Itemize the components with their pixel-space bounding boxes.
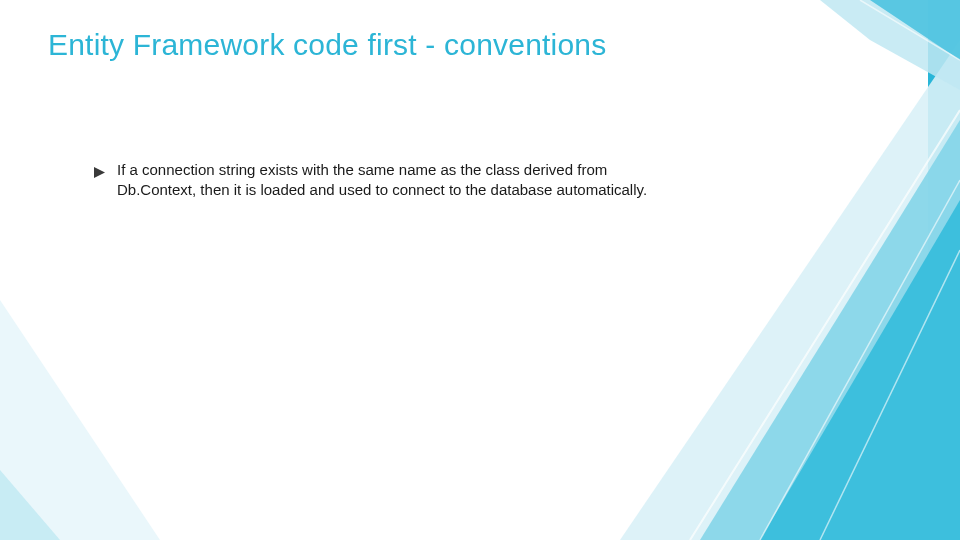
decorative-triangles xyxy=(0,0,960,540)
svg-marker-2 xyxy=(620,40,960,540)
slide-body: If a connection string exists with the s… xyxy=(94,160,654,201)
svg-line-9 xyxy=(820,250,960,540)
bullet-text: If a connection string exists with the s… xyxy=(117,160,654,201)
svg-marker-0 xyxy=(94,167,105,178)
arrow-right-icon xyxy=(94,164,105,182)
svg-line-8 xyxy=(760,180,960,540)
svg-marker-1 xyxy=(928,0,960,540)
svg-marker-6 xyxy=(870,0,960,60)
svg-marker-3 xyxy=(700,120,960,540)
svg-marker-5 xyxy=(820,0,960,90)
svg-marker-12 xyxy=(0,470,60,540)
bullet-item: If a connection string exists with the s… xyxy=(94,160,654,201)
svg-line-10 xyxy=(860,0,960,60)
svg-marker-11 xyxy=(0,300,160,540)
svg-line-7 xyxy=(690,110,960,540)
slide-title: Entity Framework code first - convention… xyxy=(48,28,606,62)
svg-marker-4 xyxy=(760,200,960,540)
slide: Entity Framework code first - convention… xyxy=(0,0,960,540)
